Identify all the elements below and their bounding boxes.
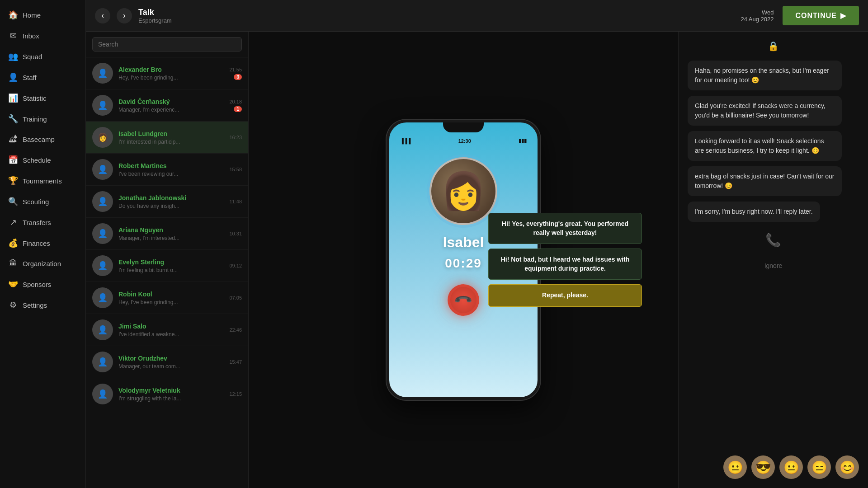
sidebar-label-tournaments: Tournaments [23, 177, 62, 185]
sidebar-item-sponsors[interactable]: 🤝 Sponsors [0, 274, 85, 295]
emoji-reaction[interactable]: 😐 [779, 455, 803, 479]
chat-list-item[interactable]: 👤 Jonathan Jablonowski Do you have any i… [86, 186, 248, 218]
home-icon: 🏠 [8, 10, 18, 20]
sidebar-item-inbox[interactable]: ✉ Inbox [0, 25, 85, 46]
avatar-icon: 👤 [98, 357, 108, 367]
chat-list-item[interactable]: 👤 Ariana Nguyen Manager, I'm interested.… [86, 218, 248, 250]
sidebar-label-training: Training [23, 115, 47, 123]
sidebar-item-training[interactable]: 🔧 Training [0, 108, 85, 129]
sidebar-label-settings: Settings [23, 301, 47, 309]
chat-info: Robert Martines I've been reviewing our.… [118, 162, 224, 177]
main-content: ‹ › Talk Esportsgram Wed 24 Aug 2022 CON… [86, 0, 868, 488]
caller-silhouette-icon: 👩 [441, 173, 486, 209]
emoji-reaction[interactable]: 😊 [835, 455, 859, 479]
caller-photo: 👩 [429, 157, 497, 225]
sidebar-item-scouting[interactable]: 🔍 Scouting [0, 191, 85, 212]
search-input[interactable] [92, 37, 242, 52]
chat-meta: 16:23 [229, 135, 242, 140]
chat-meta: 09:12 [229, 263, 242, 268]
chat-info: Jimi Salo I've identified a weakne... [118, 323, 224, 338]
topbar: ‹ › Talk Esportsgram Wed 24 Aug 2022 CON… [86, 0, 868, 32]
phone-time: 12:30 [458, 138, 471, 144]
sidebar-item-schedule[interactable]: 📅 Schedule [0, 150, 85, 170]
sidebar-item-statistic[interactable]: 📊 Statistic [0, 88, 85, 108]
avatar: 👤 [92, 384, 113, 404]
response-options: Hi! Yes, everything's great. You perform… [488, 213, 642, 307]
schedule-icon: 📅 [8, 155, 18, 165]
call-timer: 00:29 [445, 256, 482, 271]
chat-list-item[interactable]: 👤 Viktor Orudzhev Manager, our team com.… [86, 346, 248, 378]
sidebar-item-home[interactable]: 🏠 Home [0, 5, 85, 25]
tournaments-icon: 🏆 [8, 176, 18, 186]
chat-time: 10:31 [229, 231, 242, 236]
chat-list-item[interactable]: 👤 Volodymyr Veletniuk I'm struggling wit… [86, 378, 248, 410]
sponsors-icon: 🤝 [8, 279, 18, 289]
sidebar-item-transfers[interactable]: ↗ Transfers [0, 212, 85, 233]
sidebar-item-staff[interactable]: 👤 Staff [0, 67, 85, 88]
avatar: 👤 [92, 191, 113, 212]
chat-list-item[interactable]: 👤 Alexander Bro Hey, I've been grinding.… [86, 57, 248, 89]
chat-view: ▐▐▐ 12:30 ▮▮▮ 👩 Isabel 00:29 📞 Hi! Yes [249, 32, 678, 488]
emoji-reaction[interactable]: 😐 [723, 455, 747, 479]
emoji-reaction[interactable]: 😎 [751, 455, 775, 479]
topbar-left: ‹ › Talk Esportsgram [95, 8, 172, 24]
chat-list-item[interactable]: 👤 Jimi Salo I've identified a weakne... … [86, 314, 248, 346]
chat-list-item[interactable]: 👤 David Čerňanský Manager, I'm experienc… [86, 89, 248, 122]
chat-meta: 15:47 [229, 359, 242, 365]
avatar-icon: 👤 [98, 293, 108, 303]
emoji-reaction[interactable]: 😑 [807, 455, 831, 479]
chat-info: Alexander Bro Hey, I've been grinding... [118, 66, 224, 81]
sidebar-item-finances[interactable]: 💰 Finances [0, 233, 85, 253]
chat-list-item[interactable]: 👤 Robert Martines I've been reviewing ou… [86, 154, 248, 186]
avatar: 👤 [92, 63, 113, 84]
ignore-text[interactable]: Ignore [688, 262, 859, 269]
chat-preview: Hey, I've been grinding... [118, 75, 224, 81]
chat-list-item[interactable]: 👩 Isabel Lundgren I'm interested in part… [86, 122, 248, 154]
response-option-option2[interactable]: Hi! Not bad, but I heard we had issues w… [488, 249, 642, 280]
nav-forward-button[interactable]: › [117, 8, 132, 23]
sidebar-label-staff: Staff [23, 74, 37, 81]
sidebar-item-settings[interactable]: ⚙ Settings [0, 295, 85, 315]
chat-meta: 22:46 [229, 327, 242, 333]
unread-badge: 3 [234, 74, 242, 80]
end-call-button[interactable]: 📞 [448, 284, 479, 316]
chat-name: David Čerňanský [118, 98, 224, 105]
chat-time: 16:23 [229, 135, 242, 140]
chat-info: David Čerňanský Manager, I'm experienc..… [118, 98, 224, 113]
continue-label: CONTINUE [795, 12, 837, 20]
chat-preview: Manager, I'm experienc... [118, 107, 224, 113]
chat-items: 👤 Alexander Bro Hey, I've been grinding.… [86, 57, 248, 488]
chat-info: Robin Kool Hey, I've been grinding... [118, 291, 224, 305]
phone-call-icon: 📞 [688, 233, 859, 248]
continue-button[interactable]: CONTINUE ▶ [783, 6, 859, 25]
staff-icon: 👤 [8, 72, 18, 82]
chat-list-item[interactable]: 👤 Evelyn Sterling I'm feeling a bit burn… [86, 250, 248, 282]
statistic-icon: 📊 [8, 93, 18, 103]
chat-message: Glad you're excited! If snacks were a cu… [688, 96, 842, 126]
date-display: Wed 24 Aug 2022 [741, 9, 774, 23]
chat-meta: 10:31 [229, 231, 242, 236]
right-chat-panel: 🔒 Haha, no promises on the snacks, but I… [678, 32, 868, 488]
response-option-option1[interactable]: Hi! Yes, everything's great. You perform… [488, 213, 642, 244]
sidebar-item-squad[interactable]: 👥 Squad [0, 46, 85, 67]
chat-meta: 12:15 [229, 391, 242, 397]
chat-list-item[interactable]: 👤 Robin Kool Hey, I've been grinding... … [86, 282, 248, 314]
sidebar-item-organization[interactable]: 🏛 Organization [0, 253, 85, 274]
chat-preview: Hey, I've been grinding... [118, 299, 224, 305]
chat-time: 15:47 [229, 359, 242, 365]
chat-preview: Manager, our team com... [118, 363, 224, 370]
sidebar-item-tournaments[interactable]: 🏆 Tournaments [0, 170, 85, 191]
finances-icon: 💰 [8, 238, 18, 248]
nav-back-button[interactable]: ‹ [95, 8, 110, 23]
chat-name: Ariana Nguyen [118, 226, 224, 234]
caller-name: Isabel [443, 234, 484, 251]
sidebar-label-schedule: Schedule [23, 156, 51, 164]
sidebar-label-inbox: Inbox [23, 32, 39, 40]
avatar-icon: 👤 [98, 389, 108, 399]
sidebar-label-sponsors: Sponsors [23, 281, 51, 288]
chat-time: 20:18 [229, 99, 242, 104]
sidebar-label-squad: Squad [23, 53, 42, 61]
settings-icon: ⚙ [8, 300, 18, 310]
sidebar-item-basecamp[interactable]: 🏕 Basecamp [0, 129, 85, 150]
response-option-option3[interactable]: Repeat, please. [488, 284, 642, 307]
